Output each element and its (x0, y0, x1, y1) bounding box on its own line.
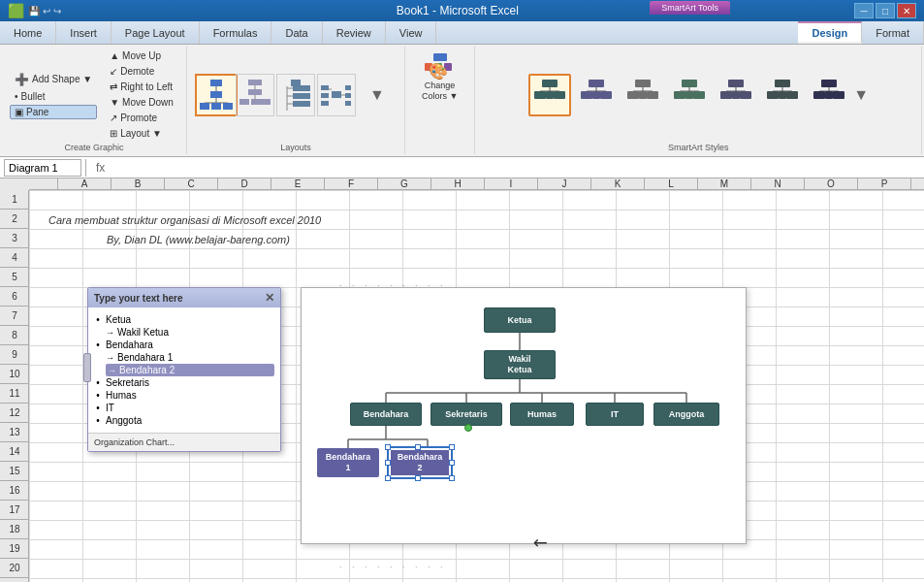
row-13[interactable]: 13 (0, 423, 29, 442)
col-h[interactable]: H (431, 178, 485, 189)
col-i[interactable]: I (485, 178, 538, 189)
close-btn[interactable]: ✕ (897, 3, 916, 18)
smartart-style-4[interactable] (668, 74, 711, 116)
smartart-style-5[interactable] (715, 74, 757, 116)
layouts-scroll-btn[interactable]: ▼ (358, 86, 397, 104)
col-e[interactable]: E (271, 178, 325, 189)
promote-btn[interactable]: ↗ Promote (105, 111, 178, 125)
bullet-btn[interactable]: • Bullet (10, 89, 97, 104)
move-up-btn[interactable]: ▲ Move Up (105, 48, 178, 63)
col-c[interactable]: C (165, 178, 218, 189)
row-18[interactable]: 18 (0, 520, 29, 539)
row-20[interactable]: 20 (0, 559, 29, 578)
org-node-bendahara[interactable]: Bendahara (350, 403, 422, 426)
row-15[interactable]: 15 (0, 462, 29, 481)
window-controls[interactable]: ─ □ ✕ (854, 3, 916, 18)
add-shape-btn[interactable]: ➕ Add Shape ▼ (10, 71, 97, 88)
resize-handle-tm[interactable] (415, 444, 421, 450)
tab-home[interactable]: Home (0, 21, 56, 44)
resize-handle-bl[interactable] (385, 475, 391, 481)
col-a[interactable]: A (58, 178, 112, 189)
org-node-wakilketua[interactable]: WakilKetua (484, 350, 556, 379)
panel-drag-handle[interactable] (83, 353, 91, 382)
tab-design[interactable]: Design (798, 21, 862, 44)
col-n[interactable]: N (751, 178, 805, 189)
pane-btn[interactable]: ▣ Pane (10, 105, 97, 119)
smartart-style-2[interactable] (575, 74, 618, 116)
row-19[interactable]: 19 (0, 539, 29, 559)
row-6[interactable]: 6 (0, 287, 29, 307)
formula-input[interactable] (111, 162, 920, 174)
col-d[interactable]: D (218, 178, 271, 189)
tab-pagelayout[interactable]: Page Layout (112, 21, 200, 44)
smartart-style-1[interactable] (528, 74, 571, 116)
resize-handle-br[interactable] (449, 475, 455, 481)
row-14[interactable]: 14 (0, 442, 29, 462)
row-2[interactable]: 2 (0, 210, 29, 229)
org-chart[interactable]: Ketua WakilKetua Bendahara Sekretaris Hu… (301, 287, 747, 544)
row-21[interactable]: 21 (0, 578, 29, 582)
tab-format[interactable]: Format (862, 21, 924, 44)
item-it[interactable]: • IT (94, 402, 274, 414)
tab-view[interactable]: View (386, 21, 437, 44)
name-box[interactable] (4, 159, 81, 177)
resize-handle-ml[interactable] (385, 460, 391, 466)
tab-data[interactable]: Data (271, 21, 322, 44)
item-wakilketua[interactable]: → Wakil Ketua (106, 326, 274, 339)
row-12[interactable]: 12 (0, 404, 29, 423)
layout-btn[interactable]: ⊞ Layout ▼ (105, 126, 178, 141)
row-3[interactable]: 3 (0, 229, 29, 248)
col-k[interactable]: K (591, 178, 645, 189)
item-humas[interactable]: • Humas (94, 389, 274, 402)
smartart-style-6[interactable] (761, 74, 804, 116)
item-ketua[interactable]: • Ketua (94, 313, 274, 326)
item-bendahara2[interactable]: → Bendahara 2 (106, 364, 274, 376)
org-node-bendahara1[interactable]: Bendahara1 (317, 448, 379, 477)
right-to-left-btn[interactable]: ⇄ Right to Left (105, 80, 178, 94)
org-node-sekretaris[interactable]: Sekretaris (430, 403, 502, 426)
move-down-btn[interactable]: ▼ Move Down (105, 95, 178, 110)
smartart-style-3[interactable] (621, 74, 664, 116)
smartart-style-7[interactable] (808, 74, 850, 116)
item-bendahara1[interactable]: → Bendahara 1 (106, 351, 274, 364)
col-m[interactable]: M (698, 178, 751, 189)
org-node-it[interactable]: IT (586, 403, 644, 426)
grid-area[interactable]: Cara membuat struktur organisasi di Micr… (29, 190, 924, 582)
resize-handle-mr[interactable] (449, 460, 455, 466)
row-8[interactable]: 8 (0, 326, 29, 345)
col-p[interactable]: P (858, 178, 911, 189)
row-11[interactable]: 11 (0, 384, 29, 404)
text-panel-close-btn[interactable]: ✕ (265, 291, 274, 305)
col-f[interactable]: F (325, 178, 378, 189)
item-sekretaris[interactable]: • Sekretaris (94, 376, 274, 389)
row-16[interactable]: 16 (0, 481, 29, 501)
item-bendahara[interactable]: • Bendahara (94, 339, 274, 351)
row-7[interactable]: 7 (0, 307, 29, 326)
col-q[interactable]: Q (911, 178, 924, 189)
resize-handle-tr[interactable] (449, 444, 455, 450)
org-node-anggota[interactable]: Anggota (653, 403, 719, 426)
change-colors-btn[interactable]: 🎨 ChangeColors ▼ (413, 48, 466, 107)
col-o[interactable]: O (805, 178, 858, 189)
tab-insert[interactable]: Insert (56, 21, 112, 44)
demote-btn[interactable]: ↙ Demote (105, 64, 178, 79)
col-j[interactable]: J (538, 178, 591, 189)
col-l[interactable]: L (645, 178, 698, 189)
tab-review[interactable]: Review (323, 21, 386, 44)
col-g[interactable]: G (378, 178, 431, 189)
col-b[interactable]: B (112, 178, 165, 189)
resize-handle-bm[interactable] (415, 475, 421, 481)
minimize-btn[interactable]: ─ (854, 3, 874, 18)
row-17[interactable]: 17 (0, 501, 29, 520)
layout-style-3[interactable] (276, 74, 315, 116)
row-4[interactable]: 4 (0, 248, 29, 268)
org-node-humas[interactable]: Humas (510, 403, 574, 426)
layout-style-4[interactable] (317, 74, 356, 116)
org-node-ketua[interactable]: Ketua (484, 307, 556, 333)
resize-handle-tl[interactable] (385, 444, 391, 450)
org-node-bendahara2[interactable]: Bendahara2 (389, 448, 451, 477)
row-10[interactable]: 10 (0, 365, 29, 384)
row-9[interactable]: 9 (0, 345, 29, 365)
row-1[interactable]: 1 (0, 190, 29, 210)
smartart-styles-scroll[interactable]: ▼ (853, 86, 869, 104)
